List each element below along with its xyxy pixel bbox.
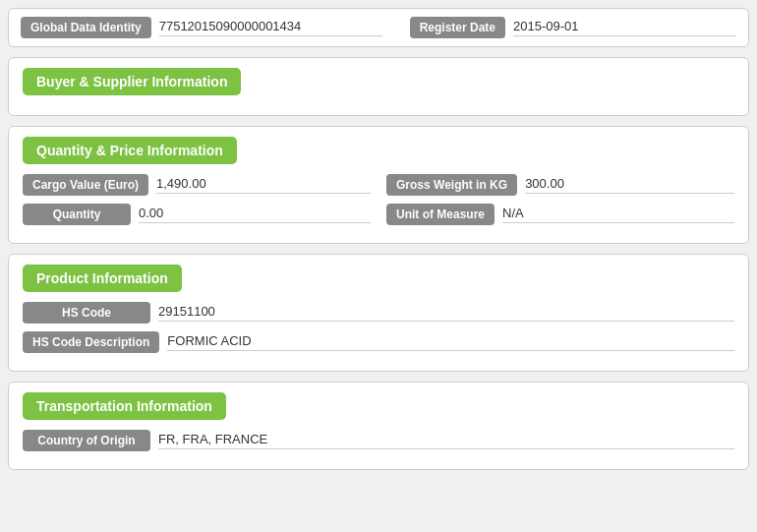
unit-label: Unit of Measure [386, 204, 495, 225]
transportation-section: Transportation Information Country of Or… [8, 382, 749, 470]
country-origin-row: Country of Origin FR, FRA, FRANCE [23, 430, 734, 451]
hs-desc-row: HS Code Description FORMIC ACID [23, 331, 734, 353]
product-section: Product Information HS Code 29151100 HS … [8, 254, 749, 372]
transportation-header: Transportation Information [23, 392, 226, 420]
quantity-price-header: Quantity & Price Information [23, 137, 237, 164]
cargo-value-label: Cargo Value (Euro) [23, 174, 148, 196]
product-header: Product Information [23, 265, 182, 292]
country-origin-label: Country of Origin [23, 430, 150, 451]
global-data-label: Global Data Identity [21, 17, 151, 38]
unit-value: N/A [502, 206, 734, 223]
buyer-supplier-header: Buyer & Supplier Information [23, 68, 241, 95]
register-date-label: Register Date [410, 17, 505, 38]
register-date-value: 2015-09-01 [513, 19, 736, 36]
cargo-value-group: Cargo Value (Euro) 1,490.00 [23, 174, 371, 196]
quantity-price-section: Quantity & Price Information Cargo Value… [8, 126, 749, 244]
cargo-gross-row: Cargo Value (Euro) 1,490.00 Gross Weight… [23, 174, 734, 196]
unit-group: Unit of Measure N/A [386, 204, 734, 225]
quantity-unit-row: Quantity 0.00 Unit of Measure N/A [23, 204, 734, 225]
gross-weight-value: 300.00 [525, 176, 734, 194]
global-data-value: 77512015090000001434 [159, 19, 382, 36]
country-origin-value: FR, FRA, FRANCE [158, 432, 734, 449]
identity-row: Global Data Identity 7751201509000000143… [8, 8, 749, 47]
hs-code-value: 29151100 [158, 304, 734, 322]
quantity-group: Quantity 0.00 [23, 204, 371, 225]
gross-weight-group: Gross Weight in KG 300.00 [386, 174, 734, 196]
hs-desc-value: FORMIC ACID [167, 333, 734, 351]
cargo-value-value: 1,490.00 [156, 176, 371, 194]
hs-desc-label: HS Code Description [23, 331, 159, 353]
gross-weight-label: Gross Weight in KG [386, 174, 517, 196]
buyer-supplier-section: Buyer & Supplier Information [8, 57, 749, 116]
quantity-label: Quantity [23, 204, 131, 225]
hs-code-label: HS Code [23, 302, 150, 324]
hs-code-row: HS Code 29151100 [23, 302, 734, 324]
quantity-value: 0.00 [139, 206, 371, 223]
